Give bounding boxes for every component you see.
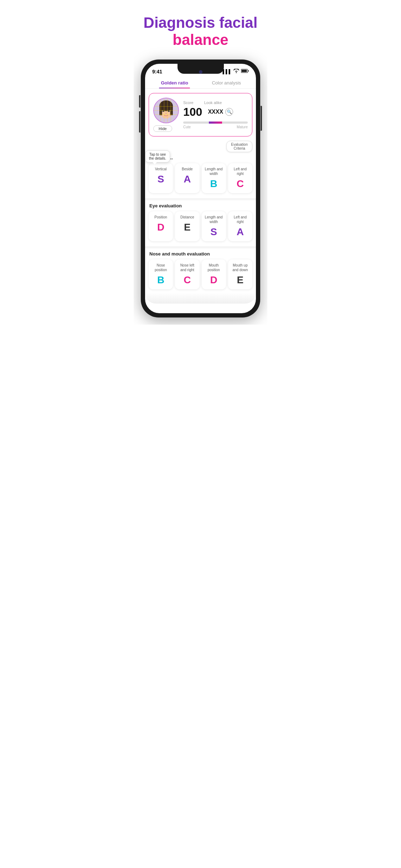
face-card-length-width[interactable]: Length andwidth B	[202, 163, 226, 193]
tab-bar: Golden ratio Color analysis	[145, 77, 256, 89]
face-card-left-right-grade: C	[230, 178, 250, 190]
face-evaluation-section: Face eva... Tap to seethe details. Verti…	[145, 154, 256, 197]
eye-card-position-grade: D	[151, 222, 171, 233]
score-label: Score	[183, 100, 194, 105]
eye-card-left-right-grade: A	[230, 226, 250, 238]
eye-card-position-label: Position	[151, 215, 171, 219]
face-card-beside-grade: A	[177, 174, 197, 185]
face-card-vertical[interactable]: Tap to seethe details. Vertical S	[149, 163, 173, 193]
score-info: Score Look alike 100 XXXX 🔍 Cute Mature	[183, 100, 248, 129]
gauge-labels: Cute Mature	[183, 125, 248, 129]
eye-card-distance-label: Distance	[177, 215, 197, 219]
face-card-length-width-label: Length andwidth	[204, 167, 224, 176]
search-icon[interactable]: 🔍	[225, 108, 233, 116]
look-alike-value: XXXX	[208, 109, 223, 115]
mouth-card-up-down-label: Mouth upand down	[230, 263, 250, 272]
eye-card-distance-grade: E	[177, 222, 197, 233]
nose-mouth-eval-label: Nose and mouth evaluation	[145, 250, 256, 259]
mouth-card-position-label: Mouthposition	[204, 263, 224, 272]
eye-card-left-right-label: Left andright	[230, 215, 250, 224]
gauge-bar	[183, 122, 248, 124]
battery-icon	[241, 69, 249, 74]
tab-color-analysis[interactable]: Color analysis	[201, 77, 253, 88]
signal-icon: ▌▌▌	[222, 69, 232, 74]
gauge-cute-label: Cute	[183, 125, 191, 129]
avatar	[153, 98, 179, 123]
tab-golden-ratio[interactable]: Golden ratio	[149, 77, 201, 88]
eye-eval-cards: Position D Distance E Length andwidth S …	[145, 211, 256, 245]
nose-card-position-label: Noseposition	[151, 263, 171, 272]
look-alike-row: XXXX 🔍	[208, 108, 233, 116]
eye-evaluation-section: Eye evaluation Position D Distance E Len…	[145, 202, 256, 245]
nose-mouth-eval-cards: Noseposition B Nose leftand right C Mout…	[145, 259, 256, 293]
mouth-card-position[interactable]: Mouthposition D	[202, 259, 226, 289]
face-card-beside-label: Beside	[177, 167, 197, 171]
eye-card-distance[interactable]: Distance E	[175, 211, 199, 241]
eye-card-position[interactable]: Position D	[149, 211, 173, 241]
gauge-mature-label: Mature	[237, 125, 248, 129]
section-divider-2	[145, 246, 256, 248]
svg-rect-1	[242, 70, 247, 72]
bottom-fade	[145, 293, 256, 304]
phone-notch	[178, 64, 224, 74]
nose-card-position[interactable]: Noseposition B	[149, 259, 173, 289]
front-camera	[199, 70, 202, 74]
page-title: Diagnosis facial balance	[134, 0, 267, 56]
mouth-card-up-down-grade: E	[230, 274, 250, 286]
face-card-left-right[interactable]: Left andright C	[228, 163, 252, 193]
face-eval-cards: Tap to seethe details. Vertical S Beside…	[145, 163, 256, 197]
look-alike-label: Look alike	[204, 100, 222, 105]
side-button-volume-up	[139, 95, 140, 108]
nose-card-left-right-grade: C	[177, 274, 197, 286]
eye-card-length-width[interactable]: Length andwidth S	[202, 211, 226, 241]
eval-criteria-button[interactable]: EvaluationCriteria	[226, 141, 252, 152]
side-button-power	[261, 106, 262, 131]
score-labels: Score Look alike	[183, 100, 248, 105]
score-number: 100	[183, 105, 202, 119]
status-icons: ▌▌▌	[222, 69, 249, 74]
nose-card-position-grade: B	[151, 274, 171, 286]
mouth-card-up-down[interactable]: Mouth upand down E	[228, 259, 252, 289]
face-card-beside[interactable]: Beside A	[175, 163, 199, 193]
phone-screen: 9:41 ▌▌▌ Golden ratio Color analysis	[145, 64, 256, 313]
svg-point-9	[168, 110, 170, 112]
eye-card-length-width-label: Length andwidth	[204, 215, 224, 224]
wifi-icon	[233, 69, 239, 74]
score-card: Hide Score Look alike 100 XXXX 🔍 Cute	[149, 93, 252, 136]
face-card-left-right-label: Left andright	[230, 167, 250, 176]
mouth-card-position-grade: D	[204, 274, 224, 286]
eye-eval-label: Eye evaluation	[145, 202, 256, 211]
section-divider-1	[145, 198, 256, 200]
face-card-vertical-label: Vertical	[151, 167, 171, 171]
eye-card-left-right[interactable]: Left andright A	[228, 211, 252, 241]
side-button-volume-down	[139, 111, 140, 133]
status-time: 9:41	[152, 69, 162, 74]
nose-card-left-right[interactable]: Nose leftand right C	[175, 259, 199, 289]
face-card-vertical-grade: S	[151, 174, 171, 185]
eye-card-length-width-grade: S	[204, 226, 224, 238]
face-card-length-width-grade: B	[204, 178, 224, 190]
phone-mockup: 9:41 ▌▌▌ Golden ratio Color analysis	[141, 60, 260, 317]
nose-card-left-right-label: Nose leftand right	[177, 263, 197, 272]
tooltip-bubble: Tap to seethe details.	[145, 150, 170, 162]
avatar-container: Hide	[153, 98, 179, 132]
svg-rect-2	[248, 70, 249, 72]
nose-mouth-evaluation-section: Nose and mouth evaluation Noseposition B…	[145, 250, 256, 293]
score-values: 100 XXXX 🔍	[183, 105, 248, 119]
hide-button[interactable]: Hide	[153, 125, 172, 132]
